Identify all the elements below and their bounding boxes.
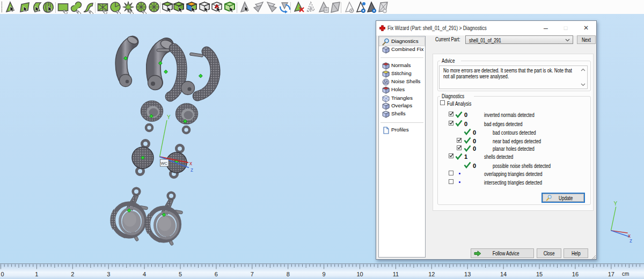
svg-text:17: 17	[608, 271, 614, 277]
svg-text:12: 12	[428, 271, 435, 277]
svg-text:z: z	[630, 238, 632, 244]
svg-text:10: 10	[356, 271, 363, 277]
svg-text:11: 11	[393, 271, 399, 277]
svg-text:15: 15	[536, 271, 543, 277]
svg-text:WC: WC	[161, 161, 168, 166]
svg-text:16: 16	[572, 271, 579, 277]
svg-text:3: 3	[107, 271, 110, 277]
svg-text:8: 8	[287, 271, 290, 277]
svg-text:cm: cm	[622, 271, 629, 277]
svg-text:1: 1	[35, 271, 38, 277]
svg-text:7: 7	[251, 271, 254, 277]
svg-text:13: 13	[464, 271, 471, 277]
svg-text:Y: Y	[167, 114, 171, 120]
svg-text:z: z	[191, 167, 193, 173]
svg-text:x: x	[189, 160, 192, 166]
svg-text:Y: Y	[614, 201, 618, 207]
svg-text:4: 4	[143, 271, 146, 277]
svg-text:5: 5	[179, 271, 182, 277]
svg-text:2: 2	[71, 271, 74, 277]
svg-text:6: 6	[215, 271, 218, 277]
svg-text:14: 14	[500, 271, 507, 277]
svg-text:9: 9	[323, 271, 326, 277]
svg-text:0: 0	[1, 271, 4, 277]
